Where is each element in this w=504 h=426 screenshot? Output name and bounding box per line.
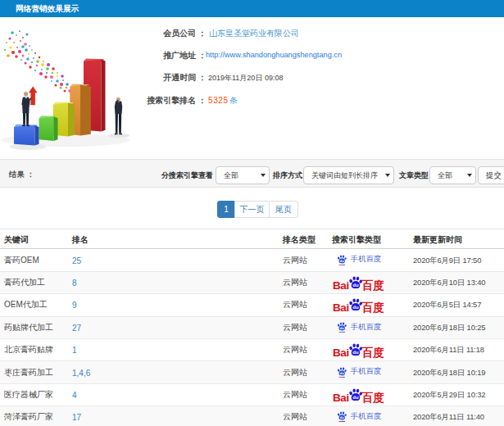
svg-text:du: du [340, 371, 345, 375]
svg-text:du: du [352, 350, 359, 355]
svg-text:du: du [352, 305, 359, 310]
svg-text:du: du [340, 326, 345, 330]
svg-text:du: du [340, 259, 345, 263]
svg-text:du: du [352, 395, 359, 400]
svg-text:du: du [352, 283, 359, 288]
svg-text:du: du [340, 415, 345, 419]
